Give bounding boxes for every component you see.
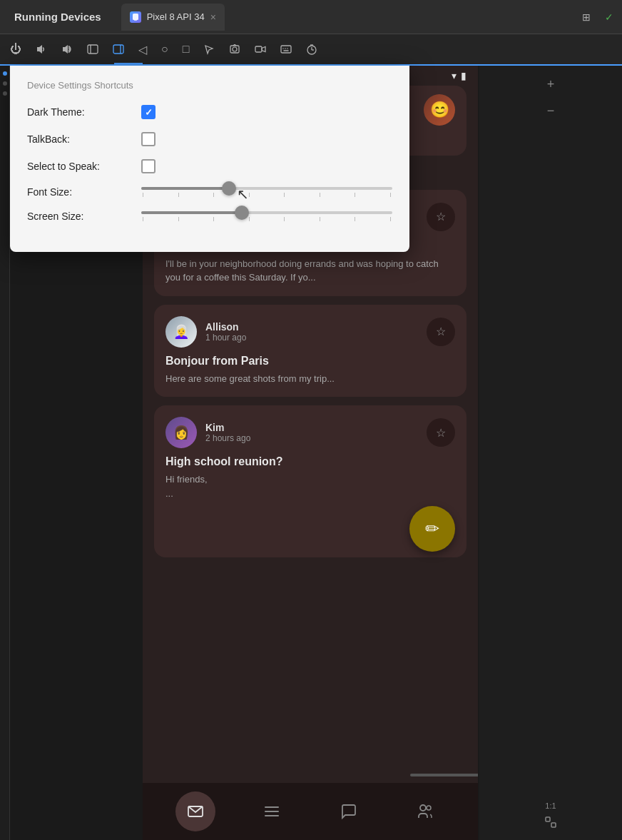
toolbar-row: ⏻ ◁ ○ □ <box>0 34 622 66</box>
talkback-checkbox[interactable] <box>141 132 156 146</box>
title-bar-right: ⊞ ✓ <box>579 9 616 26</box>
allison-sender-time: 1 hour ago <box>205 333 418 343</box>
ali-star-button[interactable]: ☆ <box>427 203 455 231</box>
sidebar-indicator <box>3 71 7 76</box>
kim-sender-time: 2 hours ago <box>205 433 418 443</box>
allison-sender-name: Allison <box>205 321 418 333</box>
allison-message-preview: Here are some great shots from my trip..… <box>165 372 455 386</box>
keyboard-icon[interactable] <box>276 41 296 58</box>
kim-message-preview: Hi friends, <box>165 472 455 487</box>
message-card-kim[interactable]: 👩 Kim 2 hours ago ☆ High school reunion?… <box>154 405 466 557</box>
screen-size-slider-container[interactable] <box>141 211 392 221</box>
wifi-icon: ▾ <box>452 70 457 81</box>
kim-sender-name: Kim <box>205 422 418 433</box>
font-size-slider-ticks <box>141 193 392 197</box>
left-sidebar <box>0 66 10 840</box>
volume-low-icon[interactable] <box>31 41 51 58</box>
screenshot-icon[interactable] <box>225 41 245 58</box>
select-to-speak-row: Select to Speak: <box>27 159 392 173</box>
device-tab[interactable]: Pixel 8 API 34 × <box>121 4 225 31</box>
app-title: Running Devices <box>6 11 110 23</box>
expand-button[interactable] <box>544 816 557 831</box>
video-record-icon[interactable] <box>250 41 270 58</box>
nav-mail[interactable] <box>175 791 215 831</box>
title-bar-left: Running Devices Pixel 8 API 34 × <box>6 4 225 31</box>
font-size-row: Font Size: <box>27 186 392 198</box>
device-settings-panel: Device Settings Shortcuts Dark Theme: Ta… <box>10 66 409 252</box>
font-size-slider-container[interactable] <box>141 187 392 197</box>
tab-close-button[interactable]: × <box>210 12 216 22</box>
screen-size-slider-track[interactable] <box>141 211 392 214</box>
kim-message-subject: High school reunion? <box>165 455 455 468</box>
nav-people[interactable] <box>405 791 445 831</box>
back-icon[interactable]: ◁ <box>134 40 151 59</box>
nav-list[interactable] <box>252 791 292 831</box>
sidebar-dot <box>3 81 7 86</box>
bottom-nav <box>143 783 478 840</box>
font-size-slider-track[interactable] <box>141 187 392 190</box>
power-icon[interactable]: ⏻ <box>6 40 26 59</box>
settings-panel-title: Device Settings Shortcuts <box>27 80 392 91</box>
screen-size-slider-fill <box>141 211 242 214</box>
timer-icon[interactable] <box>302 41 322 58</box>
sender-info-allison: Allison 1 hour ago <box>205 321 418 343</box>
sidebar-right-icon[interactable] <box>108 41 128 58</box>
select-to-speak-label: Select to Speak: <box>27 161 141 172</box>
add-button[interactable]: + <box>544 74 558 95</box>
screen-size-row: Screen Size: <box>27 211 392 222</box>
svg-rect-9 <box>281 46 291 53</box>
svg-point-22 <box>420 805 426 811</box>
dark-theme-label: Dark Theme: <box>27 106 141 118</box>
svg-rect-2 <box>88 45 98 54</box>
svg-rect-1 <box>134 20 137 21</box>
kim-star-button[interactable]: ☆ <box>427 418 455 447</box>
svg-point-23 <box>427 806 431 810</box>
svg-rect-4 <box>113 45 123 54</box>
font-size-label: Font Size: <box>27 186 141 198</box>
check-icon[interactable]: ✓ <box>602 9 616 26</box>
home-circle-icon[interactable]: ○ <box>157 40 173 59</box>
avatar-top: 😊 <box>424 94 455 126</box>
allison-message-subject: Bonjour from Paris <box>165 355 455 368</box>
font-size-slider-thumb[interactable] <box>222 181 236 196</box>
recents-icon[interactable]: □ <box>178 40 194 59</box>
screen-size-slider-ticks <box>141 217 392 221</box>
scroll-bar-container <box>285 773 478 777</box>
main-content: Device Settings Shortcuts Dark Theme: Ta… <box>0 66 622 840</box>
avatar-top-img: 😊 <box>424 94 455 126</box>
dark-theme-checkbox[interactable] <box>141 105 156 119</box>
scroll-bar <box>410 774 478 776</box>
volume-high-icon[interactable] <box>57 41 77 58</box>
avatar-allison: 👩‍🦳 <box>165 316 197 348</box>
title-bar: Running Devices Pixel 8 API 34 × ⊞ ✓ <box>0 0 622 34</box>
nav-chat[interactable] <box>329 791 369 831</box>
message-header-allison: 👩‍🦳 Allison 1 hour ago ☆ <box>165 316 455 348</box>
sender-info-kim: Kim 2 hours ago <box>205 422 418 443</box>
avatar-kim-img: 👩 <box>165 417 197 448</box>
talkback-label: TalkBack: <box>27 133 141 145</box>
remove-button[interactable]: − <box>544 101 558 121</box>
avatar-allison-img: 👩‍🦳 <box>165 316 197 348</box>
svg-rect-0 <box>133 14 138 20</box>
ali-message-preview: I'll be in your neighborhood doing erran… <box>165 257 455 285</box>
fab-compose-button[interactable]: ✏ <box>409 506 455 552</box>
talkback-row: TalkBack: <box>27 132 392 146</box>
screen-size-slider-thumb[interactable] <box>235 206 249 220</box>
message-header-kim: 👩 Kim 2 hours ago ☆ <box>165 417 455 448</box>
svg-point-7 <box>233 47 237 51</box>
kim-message-ellipsis: ... <box>165 487 455 501</box>
battery-icon: ▮ <box>461 70 466 81</box>
dark-theme-row: Dark Theme: <box>27 105 392 119</box>
select-to-speak-checkbox[interactable] <box>141 159 156 173</box>
svg-rect-25 <box>551 823 556 827</box>
allison-star-button[interactable]: ☆ <box>427 318 455 346</box>
location-fold-icon[interactable] <box>199 41 219 58</box>
zoom-label: 1:1 <box>545 801 556 810</box>
sidebar-left-icon[interactable] <box>83 41 103 58</box>
device-tab-label: Pixel 8 API 34 <box>147 11 205 22</box>
avatar-kim: 👩 <box>165 417 197 448</box>
sidebar-dot <box>3 91 7 96</box>
message-card-allison[interactable]: 👩‍🦳 Allison 1 hour ago ☆ Bonjour from Pa… <box>154 305 466 398</box>
font-size-slider-fill <box>141 187 229 190</box>
layout-icon[interactable]: ⊞ <box>579 9 593 26</box>
